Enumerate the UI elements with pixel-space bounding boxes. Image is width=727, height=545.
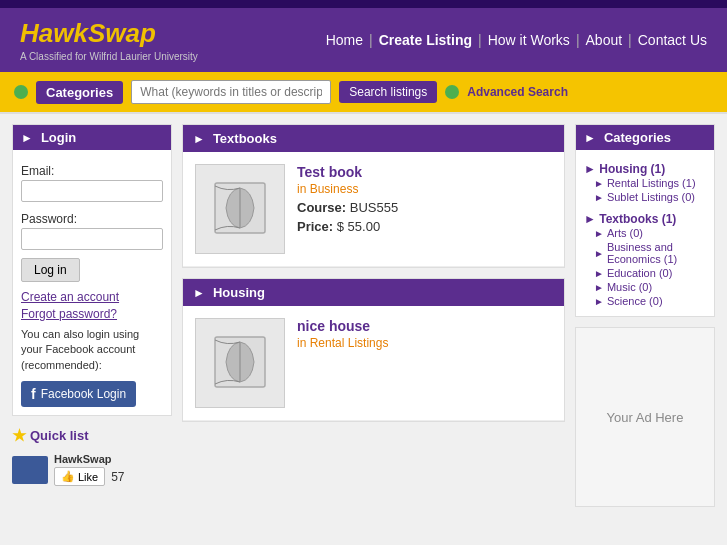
course-label: Course: xyxy=(297,200,350,215)
nav-create-listing[interactable]: Create Listing xyxy=(379,32,472,48)
center-content: ► Textbooks Test b xyxy=(182,124,565,507)
like-button[interactable]: 👍 Like xyxy=(54,467,105,486)
main-nav: Home | Create Listing | How it Works | A… xyxy=(326,32,707,48)
categories-button[interactable]: Categories xyxy=(36,81,123,104)
quicklist-title: Quick list xyxy=(30,428,89,443)
nicehouse-title[interactable]: nice house xyxy=(297,318,552,334)
testbook-course: Course: BUS555 xyxy=(297,200,552,215)
header: HawkSwap A Classified for Wilfrid Laurie… xyxy=(0,8,727,72)
email-label: Email: xyxy=(21,164,163,178)
cat-item-rental[interactable]: ► Rental Listings (1) xyxy=(584,176,706,190)
like-count: 57 xyxy=(111,470,124,484)
nav-sep-3: | xyxy=(576,32,580,48)
ad-text: Your Ad Here xyxy=(607,410,684,425)
password-label: Password: xyxy=(21,212,163,226)
cat-group-textbooks[interactable]: ► Textbooks (1) xyxy=(584,212,706,226)
testbook-category: in Business xyxy=(297,182,552,196)
login-section: ► Login Email: Password: Log in Create a… xyxy=(12,124,172,416)
cat-item-business-economics[interactable]: ► Business and Economics (1) xyxy=(584,240,706,266)
testbook-price: Price: $ 55.00 xyxy=(297,219,552,234)
right-sidebar: ► Categories ► Housing (1) ► Rental List… xyxy=(575,124,715,507)
create-account-link[interactable]: Create an account xyxy=(21,290,163,304)
cat-item-science[interactable]: ► Science (0) xyxy=(584,294,706,308)
housing-section: ► Housing nice hou xyxy=(182,278,565,422)
testbook-title[interactable]: Test book xyxy=(297,164,552,180)
right-categories-header: ► Categories xyxy=(576,125,714,150)
hawkswap-fb-label: HawkSwap xyxy=(54,453,125,465)
login-form-body: Email: Password: Log in Create an accoun… xyxy=(13,150,171,415)
forgot-password-link[interactable]: Forgot password? xyxy=(21,307,163,321)
search-button[interactable]: Search listings xyxy=(339,81,437,103)
email-field[interactable] xyxy=(21,180,163,202)
right-categories-section: ► Categories ► Housing (1) ► Rental List… xyxy=(575,124,715,317)
cat-arrow-science: ► xyxy=(594,296,604,307)
fb-like-area: HawkSwap 👍 Like 57 xyxy=(54,453,125,486)
nav-about[interactable]: About xyxy=(586,32,623,48)
testbook-image xyxy=(195,164,285,254)
star-icon: ★ xyxy=(12,426,26,445)
logo-area: HawkSwap A Classified for Wilfrid Laurie… xyxy=(20,18,198,62)
cat-arrow-sublet: ► xyxy=(594,192,604,203)
facebook-icon: f xyxy=(31,386,36,402)
right-categories-title: Categories xyxy=(604,130,671,145)
cat-item-education[interactable]: ► Education (0) xyxy=(584,266,706,280)
facebook-button-label: Facebook Login xyxy=(41,387,126,401)
cat-item-sublet[interactable]: ► Sublet Listings (0) xyxy=(584,190,706,204)
login-title: Login xyxy=(41,130,76,145)
cat-item-arts[interactable]: ► Arts (0) xyxy=(584,226,706,240)
nicehouse-info: nice house in Rental Listings xyxy=(297,318,552,408)
testbook-category-link[interactable]: Business xyxy=(310,182,359,196)
textbooks-title: Textbooks xyxy=(213,131,277,146)
main-content: ► Login Email: Password: Log in Create a… xyxy=(0,114,727,517)
advanced-search-link[interactable]: Advanced Search xyxy=(467,85,568,99)
nav-sep-2: | xyxy=(478,32,482,48)
thumbs-up-icon: 👍 xyxy=(61,470,75,483)
logo-title[interactable]: HawkSwap xyxy=(20,18,198,49)
nav-how-it-works[interactable]: How it Works xyxy=(488,32,570,48)
nav-home[interactable]: Home xyxy=(326,32,363,48)
nicehouse-category-link[interactable]: Rental Listings xyxy=(310,336,389,350)
nav-sep-1: | xyxy=(369,32,373,48)
textbooks-chevron-icon: ► xyxy=(193,132,205,146)
textbooks-header[interactable]: ► Textbooks xyxy=(183,125,564,152)
housing-title: Housing xyxy=(213,285,265,300)
login-section-header: ► Login xyxy=(13,125,171,150)
search-input[interactable] xyxy=(131,80,331,104)
cat-item-music[interactable]: ► Music (0) xyxy=(584,280,706,294)
cat-arrow-education: ► xyxy=(594,268,604,279)
login-chevron-icon: ► xyxy=(21,131,33,145)
testbook-info: Test book in Business Course: BUS555 Pri… xyxy=(297,164,552,254)
cat-arrow-rental: ► xyxy=(594,178,604,189)
listing-card-nicehouse: nice house in Rental Listings xyxy=(183,306,564,421)
advanced-search-icon xyxy=(445,85,459,99)
price-label: Price: xyxy=(297,219,337,234)
nav-sep-4: | xyxy=(628,32,632,48)
password-field[interactable] xyxy=(21,228,163,250)
nicehouse-image xyxy=(195,318,285,408)
right-cat-chevron-icon: ► xyxy=(584,131,596,145)
left-sidebar: ► Login Email: Password: Log in Create a… xyxy=(12,124,172,507)
hawkswap-thumbnail xyxy=(12,456,48,484)
login-button[interactable]: Log in xyxy=(21,258,80,282)
listing-card-testbook: Test book in Business Course: BUS555 Pri… xyxy=(183,152,564,267)
quicklist-header[interactable]: ★ Quick list xyxy=(12,426,172,445)
top-bar xyxy=(0,0,727,8)
nicehouse-category: in Rental Listings xyxy=(297,336,552,350)
housing-chevron-icon: ► xyxy=(193,286,205,300)
housing-header[interactable]: ► Housing xyxy=(183,279,564,306)
ad-box[interactable]: Your Ad Here xyxy=(575,327,715,507)
cat-group-housing[interactable]: ► Housing (1) xyxy=(584,162,706,176)
cat-arrow-business: ► xyxy=(594,248,604,259)
facebook-login-button[interactable]: f Facebook Login xyxy=(21,381,136,407)
textbooks-section: ► Textbooks Test b xyxy=(182,124,565,268)
cat-arrow-arts: ► xyxy=(594,228,604,239)
quicklist-section: ★ Quick list HawkSwap 👍 Like 57 xyxy=(12,426,172,486)
categories-icon xyxy=(14,85,28,99)
search-bar: Categories Search listings Advanced Sear… xyxy=(0,72,727,114)
like-button-label: Like xyxy=(78,471,98,483)
nav-contact[interactable]: Contact Us xyxy=(638,32,707,48)
fb-like-box: HawkSwap 👍 Like 57 xyxy=(12,453,172,486)
logo-subtitle: A Classified for Wilfrid Laurier Univers… xyxy=(20,51,198,62)
login-links: Create an account Forgot password? xyxy=(21,290,163,321)
right-categories-body: ► Housing (1) ► Rental Listings (1) ► Su… xyxy=(576,150,714,316)
